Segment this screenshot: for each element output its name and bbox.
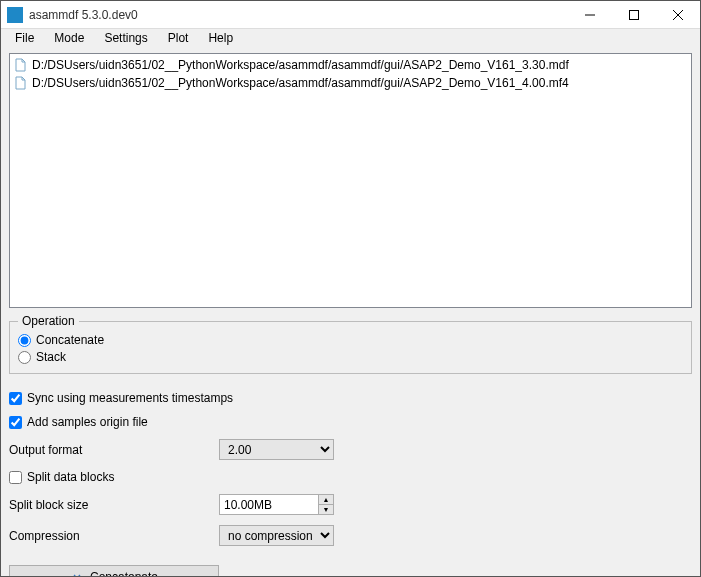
check-label: Sync using measurements timestamps	[27, 391, 233, 405]
row-compression: Compression no compression	[9, 525, 692, 546]
file-path: D:/DSUsers/uidn3651/02__PythonWorkspace/…	[32, 58, 569, 72]
app-icon	[7, 7, 23, 23]
split-blocks-checkbox[interactable]	[9, 471, 22, 484]
menu-settings[interactable]: Settings	[94, 29, 157, 47]
output-format-label: Output format	[9, 443, 219, 457]
window-title: asammdf 5.3.0.dev0	[29, 8, 568, 22]
operation-radio-stack[interactable]	[18, 351, 31, 364]
radio-label: Concatenate	[36, 333, 104, 347]
file-list-item[interactable]: D:/DSUsers/uidn3651/02__PythonWorkspace/…	[10, 56, 691, 74]
menu-file[interactable]: File	[5, 29, 44, 47]
maximize-icon	[629, 10, 639, 20]
window-controls	[568, 1, 700, 29]
button-label: Concatenate	[90, 570, 158, 577]
output-format-select[interactable]: 2.00	[219, 439, 334, 460]
concatenate-button[interactable]: Concatenate	[9, 565, 219, 577]
minimize-icon	[585, 10, 595, 20]
radio-label: Stack	[36, 350, 66, 364]
split-size-input[interactable]	[219, 494, 318, 515]
radio-row-concatenate: Concatenate	[18, 333, 683, 347]
titlebar: asammdf 5.3.0.dev0	[1, 1, 700, 29]
operation-group: Operation Concatenate Stack	[9, 314, 692, 374]
radio-row-stack: Stack	[18, 350, 683, 364]
compression-select[interactable]: no compression	[219, 525, 334, 546]
split-size-spinner: ▲ ▼	[219, 494, 334, 515]
file-path: D:/DSUsers/uidn3651/02__PythonWorkspace/…	[32, 76, 569, 90]
row-output-format: Output format 2.00	[9, 439, 692, 460]
close-button[interactable]	[656, 1, 700, 29]
maximize-button[interactable]	[612, 1, 656, 29]
check-label: Split data blocks	[27, 470, 114, 484]
file-icon	[14, 76, 28, 90]
concatenate-icon	[70, 570, 84, 577]
check-row-split-blocks: Split data blocks	[9, 470, 692, 484]
menu-mode[interactable]: Mode	[44, 29, 94, 47]
compression-label: Compression	[9, 529, 219, 543]
check-row-sync: Sync using measurements timestamps	[9, 391, 692, 405]
close-icon	[673, 10, 683, 20]
minimize-button[interactable]	[568, 1, 612, 29]
file-list[interactable]: D:/DSUsers/uidn3651/02__PythonWorkspace/…	[9, 53, 692, 308]
main-content: D:/DSUsers/uidn3651/02__PythonWorkspace/…	[1, 47, 700, 577]
operation-legend: Operation	[18, 314, 79, 328]
file-list-item[interactable]: D:/DSUsers/uidn3651/02__PythonWorkspace/…	[10, 74, 691, 92]
menu-plot[interactable]: Plot	[158, 29, 199, 47]
svg-rect-0	[630, 10, 639, 19]
split-size-label: Split block size	[9, 498, 219, 512]
menubar: File Mode Settings Plot Help	[1, 29, 700, 47]
sync-checkbox[interactable]	[9, 392, 22, 405]
action-area: Concatenate	[9, 553, 692, 577]
spinner-buttons: ▲ ▼	[318, 494, 334, 515]
spinner-up[interactable]: ▲	[319, 495, 333, 505]
check-label: Add samples origin file	[27, 415, 148, 429]
origin-checkbox[interactable]	[9, 416, 22, 429]
spinner-down[interactable]: ▼	[319, 505, 333, 514]
row-split-size: Split block size ▲ ▼	[9, 494, 692, 515]
check-row-origin: Add samples origin file	[9, 415, 692, 429]
menu-help[interactable]: Help	[198, 29, 243, 47]
file-icon	[14, 58, 28, 72]
operation-radio-concatenate[interactable]	[18, 334, 31, 347]
